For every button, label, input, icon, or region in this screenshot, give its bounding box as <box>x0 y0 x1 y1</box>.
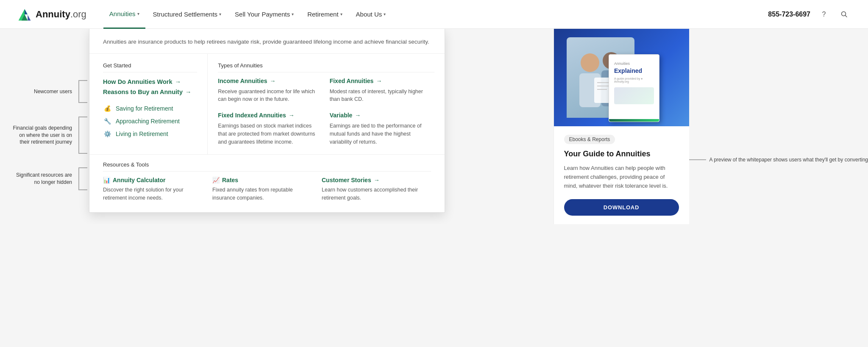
fixed-annuities-desc: Modest rates of interest, typically high… <box>330 88 434 104</box>
annotation-whitepaper-text: A preview of the whitepaper shows users … <box>709 156 868 164</box>
left-annotations: Newcomer users Financial goals depending… <box>0 29 89 224</box>
annotation-newcomer-bracket <box>75 80 89 103</box>
rates-desc: Fixed annuity rates from reputable insur… <box>212 186 322 202</box>
resources-label: Resources & Tools <box>103 161 431 172</box>
fixed-indexed-item: Fixed Indexed Annuities → Earnings based… <box>218 112 323 146</box>
logo[interactable]: Annuity.org <box>17 7 86 22</box>
header-right: 855-723-6697 ? <box>768 8 851 21</box>
nav-retirement[interactable]: Retirement ▾ <box>301 0 348 29</box>
variable-link[interactable]: Variable → <box>330 112 434 119</box>
logo-text: Annuity.org <box>36 9 86 20</box>
phone-number: 855-723-6697 <box>768 11 810 18</box>
chevron-down-icon: ▾ <box>137 11 139 16</box>
fixed-annuities-item: Fixed Annuities → Modest rates of intere… <box>330 78 434 104</box>
nav-about-us[interactable]: About Us ▾ <box>350 0 392 29</box>
living-icon: ⚙️ <box>103 130 111 138</box>
annotation-financial: Financial goals depending on where the u… <box>13 116 89 154</box>
annotation-financial-label: Financial goals depending on where the u… <box>13 125 72 146</box>
panel-intro: Annuities are insurance products to help… <box>89 29 445 54</box>
income-annuities-desc: Receive guaranteed income for life which… <box>218 88 323 104</box>
page-wrapper: Newcomer users Financial goals depending… <box>0 29 868 224</box>
how-annuities-work-link[interactable]: How Do Annuities Work → <box>103 78 197 86</box>
fixed-annuities-link[interactable]: Fixed Annuities → <box>330 78 434 84</box>
customer-stories-item: Customer Stories → Learn how customers a… <box>322 177 431 202</box>
customer-stories-link[interactable]: Customer Stories → <box>322 177 431 183</box>
annotations-column: Newcomer users Financial goals depending… <box>0 80 89 191</box>
types-grid: Income Annuities → Receive guaranteed in… <box>218 78 434 146</box>
help-icon[interactable]: ? <box>817 8 831 21</box>
saving-for-retirement-link[interactable]: 💰 Saving for Retirement <box>103 102 197 115</box>
main-nav: Annuities ▾ Structured Settlements ▾ Sel… <box>103 0 768 29</box>
logo-icon <box>17 7 32 22</box>
right-panel: Annuities Explained A guide provided by … <box>554 29 689 224</box>
annotation-resources: Significant resources are no longer hidd… <box>13 167 89 191</box>
svg-line-4 <box>846 15 847 17</box>
calculator-icon: 📊 <box>103 177 110 183</box>
savings-icon: 💰 <box>103 104 111 113</box>
guide-desc: Learn how Annuities can help people with… <box>564 164 679 190</box>
annuity-calculator-link[interactable]: 📊 Annuity Calculator <box>103 177 212 183</box>
right-annotations: A preview of the whitepaper shows users … <box>689 29 868 224</box>
nav-structured-settlements[interactable]: Structured Settlements ▾ <box>147 0 228 29</box>
nav-sell-payments[interactable]: Sell Your Payments ▾ <box>229 0 300 29</box>
annotation-line <box>689 159 706 160</box>
nav-annuities[interactable]: Annuities ▾ <box>103 0 145 29</box>
variable-desc: Earnings are tied to the performance of … <box>330 122 434 146</box>
living-in-retirement-link[interactable]: ⚙️ Living in Retirement <box>103 128 197 140</box>
get-started-section: Get Started How Do Annuities Work → Reas… <box>89 54 208 155</box>
resources-section: Resources & Tools 📊 Annuity Calculator D… <box>89 155 445 212</box>
book-visual: Annuities Explained A guide provided by … <box>609 54 659 122</box>
center-panel: Annuities are insurance products to help… <box>89 29 554 224</box>
header: Annuity.org Annuities ▾ Structured Settl… <box>0 0 868 29</box>
approaching-icon: 🔧 <box>103 117 111 125</box>
right-panel-content: Ebooks & Reports Your Guide to Annuities… <box>554 126 689 224</box>
download-button[interactable]: DOWNLOAD <box>564 199 679 216</box>
chevron-down-icon: ▾ <box>292 12 294 17</box>
rates-item: 📈 Rates Fixed annuity rates from reputab… <box>212 177 322 202</box>
ebooks-badge: Ebooks & Reports <box>564 135 615 144</box>
chevron-down-icon: ▾ <box>384 12 386 17</box>
annotation-whitepaper: A preview of the whitepaper shows users … <box>689 156 868 164</box>
annotation-newcomer-label: Newcomer users <box>34 88 72 95</box>
search-icon[interactable] <box>837 8 851 21</box>
rates-icon: 📈 <box>212 177 220 183</box>
fixed-indexed-desc: Earnings based on stock market indices t… <box>218 122 323 146</box>
annuity-calculator-item: 📊 Annuity Calculator Discover the right … <box>103 177 212 202</box>
types-section: Types of Annuities Income Annuities → Re… <box>208 54 445 155</box>
guide-title: Your Guide to Annuities <box>564 149 679 159</box>
annuity-calculator-desc: Discover the right solution for your ret… <box>103 186 212 202</box>
reasons-to-buy-link[interactable]: Reasons to Buy an Annuity → <box>103 88 197 96</box>
svg-point-5 <box>581 53 599 72</box>
fixed-indexed-link[interactable]: Fixed Indexed Annuities → <box>218 112 323 119</box>
income-annuities-link[interactable]: Income Annuities → <box>218 78 323 84</box>
income-annuities-item: Income Annuities → Receive guaranteed in… <box>218 78 323 104</box>
annotation-resources-label: Significant resources are no longer hidd… <box>13 172 72 186</box>
annotation-newcomer: Newcomer users <box>34 80 89 103</box>
chevron-down-icon: ▾ <box>219 12 221 17</box>
resources-grid: 📊 Annuity Calculator Discover the right … <box>103 177 431 212</box>
dropdown-panel: Annuities are insurance products to help… <box>89 29 445 213</box>
annotation-resources-bracket <box>75 167 89 191</box>
variable-item: Variable → Earnings are tied to the perf… <box>330 112 434 146</box>
approaching-retirement-link[interactable]: 🔧 Approaching Retirement <box>103 115 197 128</box>
financial-goals-section: 💰 Saving for Retirement 🔧 Approaching Re… <box>103 102 197 140</box>
customer-stories-desc: Learn how customers accomplished their r… <box>322 186 431 202</box>
gs-links: How Do Annuities Work → Reasons to Buy a… <box>103 78 197 96</box>
rates-link[interactable]: 📈 Rates <box>212 177 322 183</box>
chevron-down-icon: ▾ <box>340 12 342 17</box>
annotation-financial-bracket <box>75 116 89 154</box>
types-label: Types of Annuities <box>218 62 434 72</box>
panel-image-area: Annuities Explained A guide provided by … <box>554 29 689 126</box>
top-sections: Get Started How Do Annuities Work → Reas… <box>89 54 445 155</box>
get-started-label: Get Started <box>103 62 197 72</box>
